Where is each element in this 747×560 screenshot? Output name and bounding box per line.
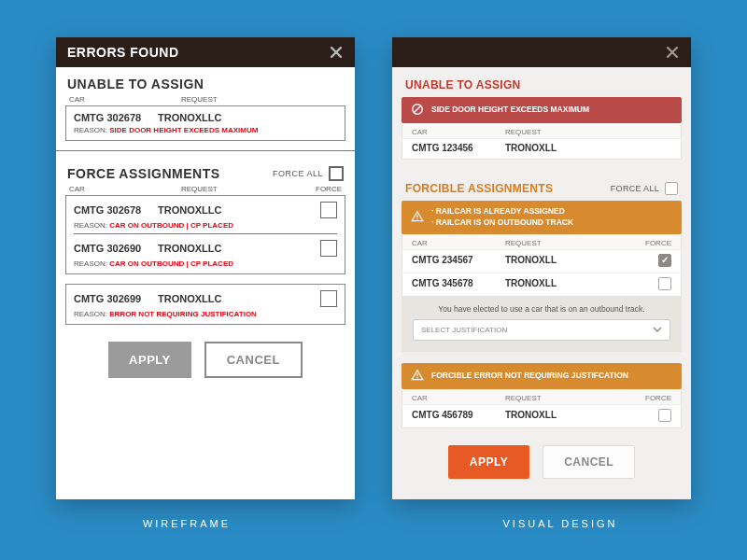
- visual-design-panel: UNABLE TO ASSIGN SIDE DOOR HEIGHT EXCEED…: [392, 37, 691, 499]
- table-row: CMTG 302690 TRONOXLLC: [74, 240, 337, 257]
- reason-line: REASON: ERROR NOT REQUIRING JUSTIFICATIO…: [74, 310, 337, 318]
- col-car: CAR: [69, 185, 144, 193]
- force-all-checkbox[interactable]: [665, 182, 678, 195]
- chevron-down-icon: [653, 326, 662, 334]
- forcible-section-title: FORCIBLE ASSIGNMENTS FORCE ALL: [392, 171, 691, 201]
- warning-icon: [411, 369, 424, 384]
- col-request: REQUEST: [181, 95, 218, 104]
- table-row: CMTG 302678 TRONOXLLC: [74, 202, 337, 218]
- svg-line-1: [415, 106, 421, 113]
- force-card: CMTG 302699 TRONOXLLC REASON: ERROR NOT …: [65, 284, 345, 325]
- svg-point-5: [416, 377, 417, 378]
- captions: WIREFRAME VISUAL DESIGN: [0, 518, 747, 548]
- close-icon[interactable]: [329, 45, 344, 60]
- justification-select[interactable]: SELECT JUSTIFICATION: [413, 319, 670, 341]
- dialog-header: [392, 37, 691, 67]
- column-headers: CAR REQUEST: [402, 123, 681, 138]
- force-section-title: FORCE ASSIGNMENTS FORCE ALL: [56, 157, 355, 185]
- prohibited-icon: [411, 103, 424, 118]
- reason-line: REASON: CAR ON OUTBOUND | CP PLACED: [74, 221, 337, 230]
- table-row: CMTG 234567 TRONOXLL ✓: [402, 249, 681, 273]
- close-icon[interactable]: [665, 45, 680, 60]
- force-checkbox[interactable]: [320, 290, 337, 307]
- unable-card: CMTG 302678 TRONOXLLC REASON: SIDE DOOR …: [65, 105, 345, 141]
- apply-button[interactable]: APPLY: [108, 342, 191, 378]
- unable-section-title: UNABLE TO ASSIGN: [56, 67, 355, 95]
- justification-panel: You have elected to use a car that is on…: [402, 297, 682, 352]
- cancel-button[interactable]: CANCEL: [204, 342, 303, 378]
- force-all-label: FORCE ALL: [611, 184, 659, 193]
- dialog-actions: APPLY CANCEL: [56, 334, 355, 400]
- unable-column-headers: CAR REQUEST: [56, 95, 355, 105]
- col-request: REQUEST: [181, 185, 218, 193]
- force-checkbox[interactable]: [320, 202, 337, 218]
- force-checkbox[interactable]: ✓: [658, 254, 671, 267]
- cancel-button[interactable]: CANCEL: [543, 445, 635, 479]
- warning-icon: [411, 210, 424, 225]
- divider: [74, 233, 337, 234]
- svg-point-3: [416, 218, 417, 219]
- caption-visual-design: VISUAL DESIGN: [411, 518, 710, 529]
- column-headers: CAR REQUEST FORCE: [402, 234, 681, 249]
- force-all-label: FORCE ALL: [273, 169, 323, 178]
- wireframe-panel: ERRORS FOUND UNABLE TO ASSIGN CAR REQUES…: [56, 37, 355, 499]
- dialog-actions: APPLY CANCEL: [392, 440, 691, 499]
- col-force: FORCE: [316, 185, 342, 193]
- forcible-table-1: CAR REQUEST FORCE CMTG 234567 TRONOXLL ✓…: [402, 234, 682, 297]
- table-row: CMTG 302678 TRONOXLLC: [74, 112, 337, 123]
- table-row: CMTG 456789 TRONOXLL: [402, 404, 681, 427]
- reason-line: REASON: CAR ON OUTBOUND | CP PLACED: [74, 259, 337, 268]
- forcible-table-2: CAR REQUEST FORCE CMTG 456789 TRONOXLL: [402, 389, 682, 428]
- force-card: CMTG 302678 TRONOXLLC REASON: CAR ON OUT…: [65, 195, 345, 274]
- col-car: CAR: [69, 95, 144, 104]
- error-banner: SIDE DOOR HEIGHT EXCEEDS MAXIMUM: [402, 97, 682, 123]
- reason-line: REASON: SIDE DOOR HEIGHT EXCEEDS MAXIMUM: [74, 126, 337, 134]
- warning-banner: RAILCAR IS ALREADY ASSIGNED RAILCAR IS O…: [402, 201, 682, 234]
- justification-message: You have elected to use a car that is on…: [413, 304, 670, 314]
- table-row: CMTG 345678 TRONOXLL: [402, 273, 681, 296]
- warning-banner: FORCIBLE ERROR NOT REQUIRING JUSTIFCATIO…: [402, 363, 682, 389]
- table-row: CMTG 302699 TRONOXLLC: [74, 290, 337, 307]
- apply-button[interactable]: APPLY: [448, 445, 529, 479]
- force-column-headers: CAR REQUEST FORCE: [56, 185, 355, 195]
- force-checkbox[interactable]: [320, 240, 337, 257]
- force-checkbox[interactable]: [658, 409, 671, 422]
- force-checkbox[interactable]: [658, 277, 671, 290]
- column-headers: CAR REQUEST FORCE: [402, 389, 681, 404]
- caption-wireframe: WIREFRAME: [37, 518, 336, 529]
- force-all-checkbox[interactable]: [329, 166, 344, 181]
- dialog-header: ERRORS FOUND: [56, 37, 355, 67]
- unable-table: CAR REQUEST CMTG 123456 TRONOXLL: [402, 123, 682, 160]
- table-row: CMTG 123456 TRONOXLL: [402, 138, 681, 159]
- divider: [56, 150, 355, 151]
- unable-section-title: UNABLE TO ASSIGN: [392, 67, 691, 97]
- dialog-title: ERRORS FOUND: [67, 45, 179, 60]
